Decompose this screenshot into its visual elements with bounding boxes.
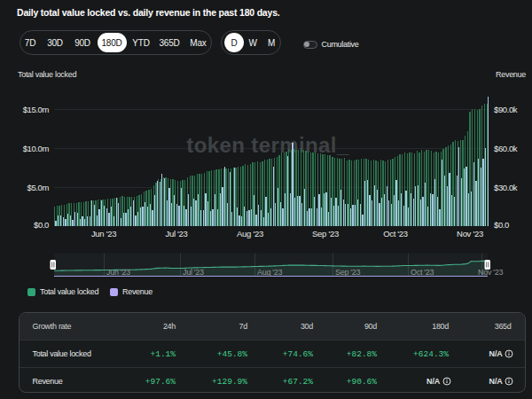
svg-text:$60.0k: $60.0k: [494, 144, 518, 153]
svg-text:$5.0m: $5.0m: [27, 183, 50, 192]
svg-text:Jul '23: Jul '23: [183, 268, 204, 277]
svg-text:Jul '23: Jul '23: [165, 229, 187, 239]
svg-text:$90.0k: $90.0k: [494, 105, 518, 114]
svg-text:Sep '23: Sep '23: [312, 229, 339, 239]
svg-text:$0.0: $0.0: [34, 220, 49, 230]
svg-text:Aug '23: Aug '23: [237, 229, 263, 239]
svg-text:Nov '23: Nov '23: [478, 268, 503, 277]
svg-text:Aug '23: Aug '23: [257, 268, 282, 277]
svg-text:Nov '23: Nov '23: [457, 229, 483, 239]
svg-text:Sep '23: Sep '23: [335, 268, 360, 277]
svg-text:Jun '23: Jun '23: [106, 268, 130, 277]
svg-text:token terminal_: token terminal_: [186, 133, 349, 157]
svg-text:Oct '23: Oct '23: [383, 229, 408, 239]
svg-text:Oct '23: Oct '23: [411, 268, 434, 277]
svg-text:Jun '23: Jun '23: [91, 229, 116, 239]
svg-text:$10.0m: $10.0m: [23, 144, 50, 153]
svg-text:$0.0: $0.0: [494, 220, 509, 230]
svg-text:$15.0m: $15.0m: [23, 105, 50, 114]
svg-text:$30.0k: $30.0k: [494, 183, 518, 192]
